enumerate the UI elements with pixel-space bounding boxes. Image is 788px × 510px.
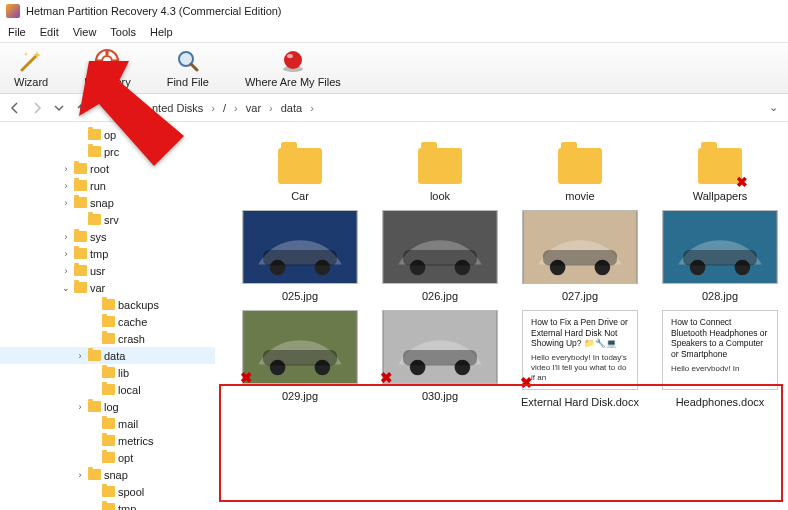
- tree-row-mail[interactable]: mail: [0, 415, 215, 432]
- file-name: 025.jpg: [282, 290, 318, 302]
- tree-caret-icon[interactable]: ›: [61, 181, 71, 191]
- where-label: Where Are My Files: [245, 76, 341, 88]
- file-item[interactable]: Car: [233, 140, 367, 202]
- tree-caret-icon[interactable]: ›: [61, 249, 71, 259]
- svg-rect-21: [683, 250, 757, 266]
- tree-caret-icon[interactable]: ›: [61, 232, 71, 242]
- image-thumbnail: [662, 210, 778, 284]
- folder-icon: [102, 503, 115, 510]
- nav-dropdown-icon[interactable]: [50, 99, 68, 117]
- tree-label: log: [104, 401, 119, 413]
- crumb-seg-0[interactable]: /: [219, 102, 230, 114]
- tree-caret-icon[interactable]: ⌄: [61, 283, 71, 293]
- breadcrumb-dropdown-icon[interactable]: ⌄: [764, 101, 782, 114]
- folder-icon: [74, 282, 87, 293]
- tree-row-lib[interactable]: lib: [0, 364, 215, 381]
- folder-icon: [698, 148, 742, 184]
- crumb-seg-1[interactable]: var: [242, 102, 265, 114]
- app-icon: [6, 4, 20, 18]
- tree-caret-icon[interactable]: ›: [75, 351, 85, 361]
- tree-label: lib: [118, 367, 129, 379]
- tree-row-opt[interactable]: opt: [0, 449, 215, 466]
- doc-body: Hello evervbodv! In: [671, 364, 769, 374]
- tree-label: cache: [118, 316, 147, 328]
- tree-row-tmp[interactable]: tmp: [0, 500, 215, 510]
- folder-icon: [88, 350, 101, 361]
- tree-label: sys: [90, 231, 107, 243]
- file-name: External Hard Disk.docx: [521, 396, 639, 408]
- tree-row-run[interactable]: ›run: [0, 177, 215, 194]
- tree-label: tmp: [118, 503, 136, 511]
- svg-rect-9: [263, 250, 337, 266]
- doc-body: Hello everybody! In today's video I'll t…: [531, 353, 629, 383]
- menu-file[interactable]: File: [8, 26, 26, 38]
- tree-caret-icon[interactable]: ›: [75, 402, 85, 412]
- content-area: opprc›root›run›snapsrv›sys›tmp›usr⌄varba…: [0, 122, 788, 510]
- menu-edit[interactable]: Edit: [40, 26, 59, 38]
- menu-tools[interactable]: Tools: [110, 26, 136, 38]
- tree-row-snap[interactable]: ›snap: [0, 194, 215, 211]
- chevron-right-icon: ›: [310, 102, 314, 114]
- nav-back-icon[interactable]: [6, 99, 24, 117]
- file-item[interactable]: movie: [513, 140, 647, 202]
- tree-row-sys[interactable]: ›sys: [0, 228, 215, 245]
- tree-row-cache[interactable]: cache: [0, 313, 215, 330]
- tree-row-srv[interactable]: srv: [0, 211, 215, 228]
- image-thumbnail: [382, 210, 498, 284]
- folder-icon: [88, 469, 101, 480]
- tree-row-log[interactable]: ›log: [0, 398, 215, 415]
- file-item[interactable]: Wallpapers: [653, 140, 787, 202]
- file-item[interactable]: 027.jpg: [513, 210, 647, 302]
- tree-caret-icon[interactable]: ›: [61, 198, 71, 208]
- wand-icon: [18, 48, 44, 74]
- image-thumbnail: [242, 310, 358, 384]
- tree-row-backups[interactable]: backups: [0, 296, 215, 313]
- tree-row-metrics[interactable]: metrics: [0, 432, 215, 449]
- tree-label: snap: [104, 469, 128, 481]
- crumb-seg-2[interactable]: data: [277, 102, 306, 114]
- tree-label: local: [118, 384, 141, 396]
- window-title: Hetman Partition Recovery 4.3 (Commercia…: [26, 5, 282, 17]
- file-item[interactable]: 025.jpg: [233, 210, 367, 302]
- file-item[interactable]: How to Connect Bluetooth Headphones or S…: [653, 310, 787, 408]
- image-thumbnail: [382, 310, 498, 384]
- tree-row-local[interactable]: local: [0, 381, 215, 398]
- file-item[interactable]: How to Fix a Pen Drive or External Hard …: [513, 310, 647, 408]
- folder-icon: [418, 148, 462, 184]
- tree-row-tmp[interactable]: ›tmp: [0, 245, 215, 262]
- files-panel[interactable]: CarlookmovieWallpapers025.jpg026.jpg027.…: [215, 122, 788, 510]
- menu-view[interactable]: View: [73, 26, 97, 38]
- file-item[interactable]: 026.jpg: [373, 210, 507, 302]
- file-item[interactable]: look: [373, 140, 507, 202]
- folder-icon: [102, 486, 115, 497]
- tree-caret-icon[interactable]: ›: [61, 266, 71, 276]
- nav-forward-icon[interactable]: [28, 99, 46, 117]
- tree-label: mail: [118, 418, 138, 430]
- file-item[interactable]: 029.jpg: [233, 310, 367, 408]
- tree-label: var: [90, 282, 105, 294]
- file-name: 026.jpg: [422, 290, 458, 302]
- tree-caret-icon[interactable]: ›: [75, 470, 85, 480]
- folder-icon: [102, 384, 115, 395]
- file-item[interactable]: 028.jpg: [653, 210, 787, 302]
- wizard-button[interactable]: Wizard: [14, 48, 48, 88]
- folder-icon: [102, 435, 115, 446]
- tree-label: spool: [118, 486, 144, 498]
- tree-row-usr[interactable]: ›usr: [0, 262, 215, 279]
- tree-label: metrics: [118, 435, 153, 447]
- tree-row-var[interactable]: ⌄var: [0, 279, 215, 296]
- svg-point-4: [284, 51, 302, 69]
- tree-caret-icon[interactable]: ›: [61, 164, 71, 174]
- tree-row-data[interactable]: ›data: [0, 347, 215, 364]
- folder-icon: [74, 231, 87, 242]
- where-are-my-files-button[interactable]: Where Are My Files: [245, 48, 341, 88]
- tree-row-spool[interactable]: spool: [0, 483, 215, 500]
- tree-row-crash[interactable]: crash: [0, 330, 215, 347]
- folder-tree[interactable]: opprc›root›run›snapsrv›sys›tmp›usr⌄varba…: [0, 122, 215, 510]
- file-item[interactable]: 030.jpg: [373, 310, 507, 408]
- folder-icon: [102, 299, 115, 310]
- file-name: Wallpapers: [693, 190, 748, 202]
- tree-row-snap[interactable]: ›snap: [0, 466, 215, 483]
- menu-help[interactable]: Help: [150, 26, 173, 38]
- tree-label: srv: [104, 214, 119, 226]
